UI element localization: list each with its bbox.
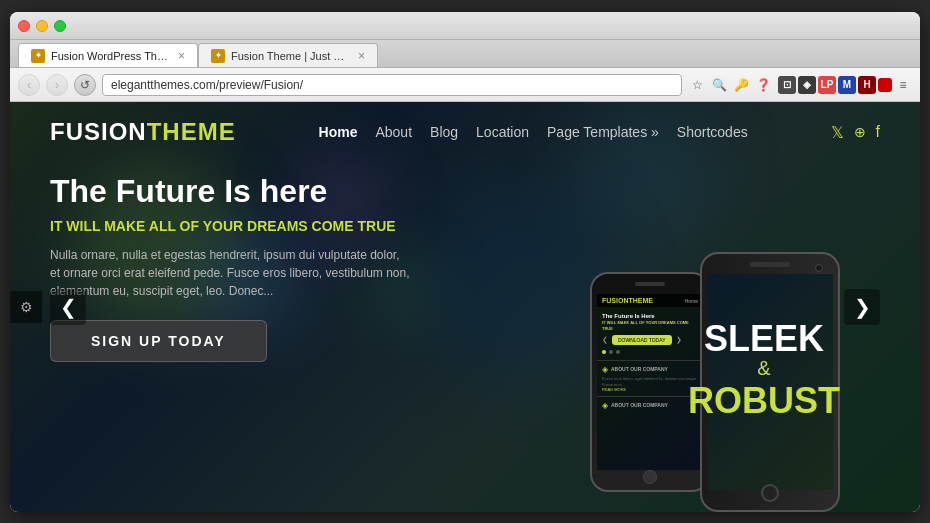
phone-dot-1 <box>602 350 606 354</box>
browser-titlebar <box>10 12 920 40</box>
menu-icon[interactable]: ≡ <box>894 76 912 94</box>
address-text: elegantthemes.com/preview/Fusion/ <box>111 78 303 92</box>
phone-about-icon-row-2: ◈ ABOUT OUR COMPANY <box>602 401 698 410</box>
phone-right-screen <box>707 274 833 490</box>
phone-arrow-right: ❯ <box>676 336 682 344</box>
ext-icon-1[interactable]: ⊡ <box>778 76 796 94</box>
tab-2-close[interactable]: × <box>358 49 365 63</box>
logo-theme: THEME <box>147 118 236 145</box>
phone-right-body <box>700 252 840 512</box>
browser-toolbar: ‹ › ↺ elegantthemes.com/preview/Fusion/ … <box>10 68 920 102</box>
phone-right <box>700 252 840 512</box>
social-icons: 𝕏 ⊕ f <box>831 123 880 142</box>
tab-1-title: Fusion WordPress Theme <box>51 50 168 62</box>
phone-mini-nav: FUSIONTHEME Home <box>597 294 703 307</box>
phone-right-home <box>761 484 779 502</box>
phone-about-icon-row: ◈ ABOUT OUR COMPANY <box>602 365 698 374</box>
tab-2[interactable]: ✦ Fusion Theme | Just anoth... × <box>198 43 378 67</box>
tab-1-favicon: ✦ <box>31 49 45 63</box>
minimize-button[interactable] <box>36 20 48 32</box>
nav-item-page-templates[interactable]: Page Templates <box>547 123 659 141</box>
nav-item-blog[interactable]: Blog <box>430 123 458 141</box>
phone-arrow-left: ❮ <box>602 336 608 344</box>
nav-link-blog[interactable]: Blog <box>430 124 458 140</box>
phone-about-title-2: ABOUT OUR COMPANY <box>611 402 668 408</box>
phone-about-text-1: Fusce eros libero, eget eleifend lic, la… <box>602 376 698 387</box>
phone-about-title-1: ABOUT OUR COMPANY <box>611 366 668 372</box>
search-icon[interactable]: 🔍 <box>710 76 728 94</box>
tab-2-favicon: ✦ <box>211 49 225 63</box>
nav-item-home[interactable]: Home <box>319 123 358 141</box>
forward-button[interactable]: › <box>46 74 68 96</box>
nav-link-location[interactable]: Location <box>476 124 529 140</box>
website-content: ⚙ FUSIONTHEME Home About Blog Location P… <box>10 102 920 512</box>
back-button[interactable]: ‹ <box>18 74 40 96</box>
ext-icon-4[interactable]: H <box>858 76 876 94</box>
hero-title: The Future Is here <box>50 172 410 210</box>
phone-home-button <box>643 470 657 484</box>
next-slide-button[interactable]: ❯ <box>844 289 880 325</box>
phone-dots <box>602 350 698 354</box>
phone-about-section-2: ◈ ABOUT OUR COMPANY <box>597 396 703 416</box>
phone-home-link: Home <box>685 298 698 304</box>
nav-item-shortcodes[interactable]: Shortcodes <box>677 123 748 141</box>
phone-cta-row: ❮ DOWNLOAD TODAY ❯ <box>602 335 698 345</box>
ext-icon-3[interactable]: M <box>838 76 856 94</box>
extension-icons: ⊡ ◈ LP M H ≡ <box>778 76 912 94</box>
site-nav: FUSIONTHEME Home About Blog Location Pag… <box>10 102 920 162</box>
prev-slide-button[interactable]: ❮ <box>50 289 86 325</box>
tab-1-close[interactable]: × <box>178 49 185 63</box>
question-icon[interactable]: ❓ <box>754 76 772 94</box>
rss-icon[interactable]: ⊕ <box>854 124 866 140</box>
phone-left-screen: FUSIONTHEME Home The Future Is HereIT WI… <box>597 294 703 470</box>
close-button[interactable] <box>18 20 30 32</box>
phone-about-icon-2: ◈ <box>602 401 608 410</box>
key-icon[interactable]: 🔑 <box>732 76 750 94</box>
hero-body: Nulla ornare, nulla et egestas hendrerit… <box>50 246 410 300</box>
hero-content: The Future Is here IT WILL MAKE ALL OF Y… <box>10 162 450 362</box>
ext-icon-lastpass[interactable]: LP <box>818 76 836 94</box>
phone-logo: FUSIONTHEME <box>602 297 653 304</box>
refresh-button[interactable]: ↺ <box>74 74 96 96</box>
browser-window: ✦ Fusion WordPress Theme × ✦ Fusion Them… <box>10 12 920 512</box>
phone-download-button: DOWNLOAD TODAY <box>612 335 672 345</box>
phones-container: FUSIONTHEME Home The Future Is HereIT WI… <box>590 252 840 512</box>
nav-link-page-templates[interactable]: Page Templates <box>547 124 659 140</box>
tab-2-title: Fusion Theme | Just anoth... <box>231 50 348 62</box>
gear-icon: ⚙ <box>20 299 33 315</box>
bookmark-icon[interactable]: ☆ <box>688 76 706 94</box>
settings-button[interactable]: ⚙ <box>10 291 42 323</box>
ext-icon-2[interactable]: ◈ <box>798 76 816 94</box>
ext-icon-5[interactable] <box>878 78 892 92</box>
phone-read-more-1: READ MORE <box>602 387 698 392</box>
phone-dot-3 <box>616 350 620 354</box>
toolbar-icons: ☆ 🔍 🔑 ❓ <box>688 76 772 94</box>
signup-button[interactable]: SIGN UP TODAY <box>50 320 267 362</box>
nav-link-shortcodes[interactable]: Shortcodes <box>677 124 748 140</box>
nav-link-home[interactable]: Home <box>319 124 358 140</box>
main-nav: Home About Blog Location Page Templates … <box>319 123 748 141</box>
phone-right-camera <box>815 264 823 272</box>
browser-tabs: ✦ Fusion WordPress Theme × ✦ Fusion Them… <box>10 40 920 68</box>
address-bar[interactable]: elegantthemes.com/preview/Fusion/ <box>102 74 682 96</box>
phone-right-speaker <box>750 262 790 267</box>
hero-subtitle: IT WILL MAKE ALL OF YOUR DREAMS COME TRU… <box>50 218 410 234</box>
phone-hero-mini: The Future Is HereIT WILL MAKE ALL OF YO… <box>597 307 703 360</box>
chevron-right-icon: ❯ <box>854 295 871 319</box>
maximize-button[interactable] <box>54 20 66 32</box>
nav-links: Home About Blog Location Page Templates … <box>319 123 748 141</box>
chevron-left-icon: ❮ <box>60 295 77 319</box>
logo-fusion: FUSION <box>50 118 147 145</box>
nav-link-about[interactable]: About <box>375 124 412 140</box>
nav-item-about[interactable]: About <box>375 123 412 141</box>
phone-about-section-1: ◈ ABOUT OUR COMPANY Fusce eros libero, e… <box>597 360 703 396</box>
twitter-icon[interactable]: 𝕏 <box>831 123 844 142</box>
site-logo: FUSIONTHEME <box>50 118 236 146</box>
phone-left-body: FUSIONTHEME Home The Future Is HereIT WI… <box>590 272 710 492</box>
phone-speaker <box>635 282 665 286</box>
facebook-icon[interactable]: f <box>876 123 880 141</box>
phone-dot-2 <box>609 350 613 354</box>
nav-item-location[interactable]: Location <box>476 123 529 141</box>
phone-about-icon: ◈ <box>602 365 608 374</box>
tab-1[interactable]: ✦ Fusion WordPress Theme × <box>18 43 198 67</box>
